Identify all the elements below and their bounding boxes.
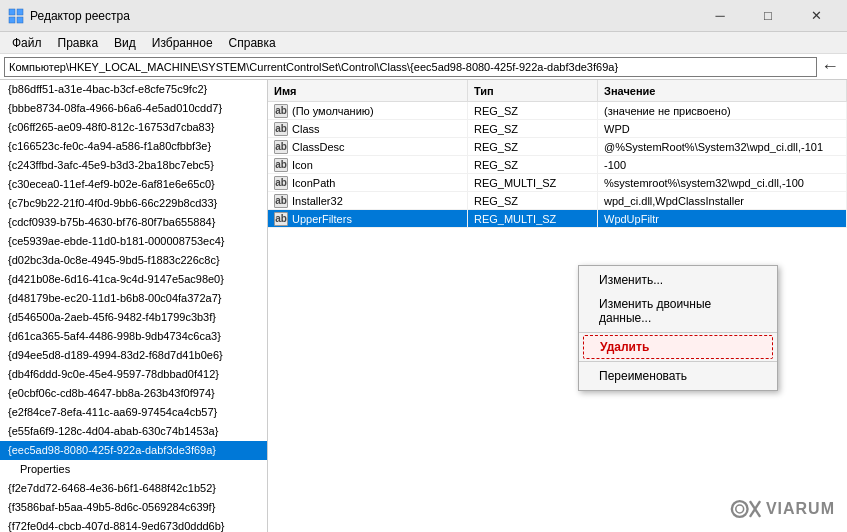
- cell-value: WPD: [598, 120, 847, 137]
- context-menu-item-rename[interactable]: Переименовать: [579, 364, 777, 388]
- tree-item[interactable]: {cdcf0939-b75b-4630-bf76-80f7ba655884}: [0, 213, 267, 232]
- back-arrow-icon[interactable]: ←: [821, 56, 839, 77]
- tree-item[interactable]: {f3586baf-b5aa-49b5-8d6c-0569284c639f}: [0, 498, 267, 517]
- cell-name: abIcon: [268, 156, 468, 173]
- main-content: {b86dff51-a31e-4bac-b3cf-e8cfe75c9fc2}{b…: [0, 80, 847, 532]
- reg-value-icon: ab: [274, 104, 288, 118]
- col-header-type[interactable]: Тип: [468, 80, 598, 101]
- tree-item[interactable]: {e2f84ce7-8efa-411c-aa69-97454ca4cb57}: [0, 403, 267, 422]
- window-controls: ─ □ ✕: [697, 1, 839, 31]
- reg-value-icon: ab: [274, 122, 288, 136]
- title-bar: Редактор реестра ─ □ ✕: [0, 0, 847, 32]
- tree-item[interactable]: {c166523c-fe0c-4a94-a586-f1a80cfbbf3e}: [0, 137, 267, 156]
- cell-type: REG_SZ: [468, 138, 598, 155]
- cell-type: REG_MULTI_SZ: [468, 210, 598, 227]
- reg-value-icon: ab: [274, 194, 288, 208]
- context-menu-item-delete[interactable]: Удалить: [583, 335, 773, 359]
- context-menu-item-edit[interactable]: Изменить...: [579, 268, 777, 292]
- svg-point-5: [736, 505, 744, 513]
- tree-item[interactable]: {e55fa6f9-128c-4d04-abab-630c74b1453a}: [0, 422, 267, 441]
- maximize-button[interactable]: □: [745, 1, 791, 31]
- cell-value: -100: [598, 156, 847, 173]
- tree-item[interactable]: {d94ee5d8-d189-4994-83d2-f68d7d41b0e6}: [0, 346, 267, 365]
- cell-type: REG_SZ: [468, 120, 598, 137]
- tree-item[interactable]: {b86dff51-a31e-4bac-b3cf-e8cfe75c9fc2}: [0, 80, 267, 99]
- tree-item[interactable]: {ce5939ae-ebde-11d0-b181-000008753ec4}: [0, 232, 267, 251]
- menu-item-справка[interactable]: Справка: [221, 34, 284, 52]
- viarum-logo-icon: [730, 498, 762, 520]
- tree-item[interactable]: {c06ff265-ae09-48f0-812c-16753d7cba83}: [0, 118, 267, 137]
- table-header: Имя Тип Значение: [268, 80, 847, 102]
- menu-item-избранное[interactable]: Избранное: [144, 34, 221, 52]
- tree-item[interactable]: {d61ca365-5af4-4486-998b-9db4734c6ca3}: [0, 327, 267, 346]
- cell-value: WpdUpFiltr: [598, 210, 847, 227]
- minimize-button[interactable]: ─: [697, 1, 743, 31]
- table-row[interactable]: abClassDescREG_SZ@%SystemRoot%\System32\…: [268, 138, 847, 156]
- cell-name: abIconPath: [268, 174, 468, 191]
- svg-rect-3: [17, 17, 23, 23]
- tree-item[interactable]: {f72fe0d4-cbcb-407d-8814-9ed673d0ddd6b}: [0, 517, 267, 532]
- tree-item[interactable]: {e0cbf06c-cd8b-4647-bb8a-263b43f0f974}: [0, 384, 267, 403]
- svg-point-4: [732, 501, 748, 517]
- table-row[interactable]: abInstaller32REG_SZwpd_ci.dll,WpdClassIn…: [268, 192, 847, 210]
- cell-value: %systemroot%\system32\wpd_ci.dll,-100: [598, 174, 847, 191]
- reg-value-icon: ab: [274, 176, 288, 190]
- tree-item[interactable]: {c7bc9b22-21f0-4f0d-9bb6-66c229b8cd33}: [0, 194, 267, 213]
- table-row[interactable]: abIconPathREG_MULTI_SZ%systemroot%\syste…: [268, 174, 847, 192]
- context-menu-item-edit-binary[interactable]: Изменить двоичные данные...: [579, 292, 777, 330]
- tree-item[interactable]: {db4f6ddd-9c0e-45e4-9597-78dbbad0f412}: [0, 365, 267, 384]
- menu-item-файл[interactable]: Файл: [4, 34, 50, 52]
- right-panel: Имя Тип Значение ab(По умолчанию)REG_SZ(…: [268, 80, 847, 532]
- tree-item[interactable]: {c30ecea0-11ef-4ef9-b02e-6af81e6e65c0}: [0, 175, 267, 194]
- cell-name: abInstaller32: [268, 192, 468, 209]
- address-input[interactable]: [4, 57, 817, 77]
- cell-value: @%SystemRoot%\System32\wpd_ci.dll,-101: [598, 138, 847, 155]
- col-header-value[interactable]: Значение: [598, 80, 847, 101]
- reg-value-icon: ab: [274, 140, 288, 154]
- context-menu-separator: [579, 332, 777, 333]
- table-row[interactable]: abUpperFiltersREG_MULTI_SZWpdUpFiltr: [268, 210, 847, 228]
- cell-value: wpd_ci.dll,WpdClassInstaller: [598, 192, 847, 209]
- tree-item[interactable]: {f2e7dd72-6468-4e36-b6f1-6488f42c1b52}: [0, 479, 267, 498]
- menu-bar: ФайлПравкаВидИзбранноеСправка: [0, 32, 847, 54]
- cell-value: (значение не присвоено): [598, 102, 847, 119]
- cell-name: abClass: [268, 120, 468, 137]
- cell-type: REG_SZ: [468, 102, 598, 119]
- title-text: Редактор реестра: [30, 9, 130, 23]
- close-button[interactable]: ✕: [793, 1, 839, 31]
- cell-name: abUpperFilters: [268, 210, 468, 227]
- app-icon: [8, 8, 24, 24]
- tree-item[interactable]: {c243ffbd-3afc-45e9-b3d3-2ba18bc7ebc5}: [0, 156, 267, 175]
- reg-value-icon: ab: [274, 158, 288, 172]
- tree-item[interactable]: {d421b08e-6d16-41ca-9c4d-9147e5ac98e0}: [0, 270, 267, 289]
- context-menu: Изменить...Изменить двоичные данные...Уд…: [578, 265, 778, 391]
- tree-item[interactable]: {eec5ad98-8080-425f-922a-dabf3de3f69a}: [0, 441, 267, 460]
- tree-item[interactable]: {bbbe8734-08fa-4966-b6a6-4e5ad010cdd7}: [0, 99, 267, 118]
- svg-rect-2: [9, 17, 15, 23]
- tree-panel[interactable]: {b86dff51-a31e-4bac-b3cf-e8cfe75c9fc2}{b…: [0, 80, 268, 532]
- table-row[interactable]: ab(По умолчанию)REG_SZ(значение не присв…: [268, 102, 847, 120]
- svg-rect-1: [17, 9, 23, 15]
- watermark-text: VIARUM: [766, 500, 835, 518]
- address-bar: ←: [0, 54, 847, 80]
- cell-type: REG_MULTI_SZ: [468, 174, 598, 191]
- cell-type: REG_SZ: [468, 156, 598, 173]
- reg-value-icon: ab: [274, 212, 288, 226]
- tree-item[interactable]: {d546500a-2aeb-45f6-9482-f4b1799c3b3f}: [0, 308, 267, 327]
- col-header-name[interactable]: Имя: [268, 80, 468, 101]
- cell-type: REG_SZ: [468, 192, 598, 209]
- tree-item[interactable]: Properties: [0, 460, 267, 479]
- menu-item-вид[interactable]: Вид: [106, 34, 144, 52]
- cell-name: abClassDesc: [268, 138, 468, 155]
- svg-rect-0: [9, 9, 15, 15]
- table-row[interactable]: abClassREG_SZWPD: [268, 120, 847, 138]
- tree-item[interactable]: {d02bc3da-0c8e-4945-9bd5-f1883c226c8c}: [0, 251, 267, 270]
- menu-item-правка[interactable]: Правка: [50, 34, 107, 52]
- tree-item[interactable]: {d48179be-ec20-11d1-b6b8-00c04fa372a7}: [0, 289, 267, 308]
- context-menu-separator: [579, 361, 777, 362]
- watermark: VIARUM: [730, 498, 835, 520]
- table-row[interactable]: abIconREG_SZ-100: [268, 156, 847, 174]
- cell-name: ab(По умолчанию): [268, 102, 468, 119]
